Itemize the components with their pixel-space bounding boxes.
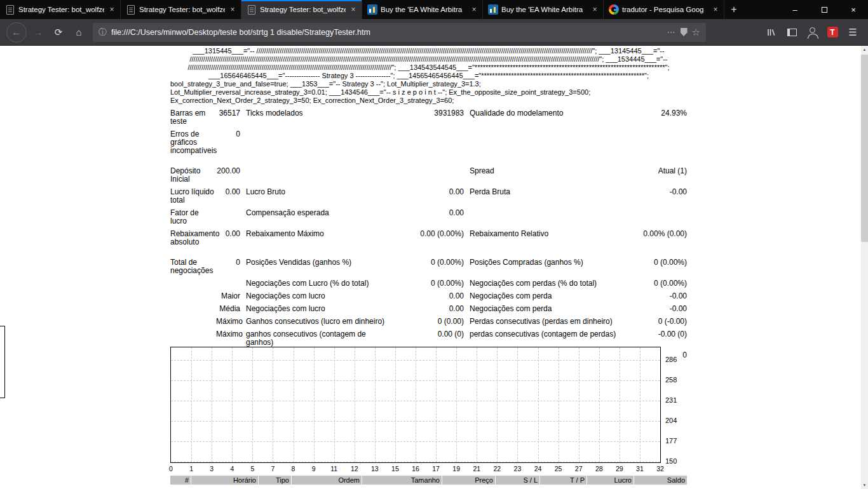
stat-label: Lucro Bruto (246, 188, 392, 204)
close-window-button[interactable]: × (839, 0, 868, 19)
stats-row: MaiorNegociações com lucro0.00Negociaçõe… (170, 292, 687, 300)
tab-6[interactable]: tradutor - Pesquisa Goog× (604, 0, 724, 19)
trade-column-header: Preço (442, 476, 496, 485)
page-content: ___1315445___="-- //////////////////////… (0, 46, 868, 489)
home-button[interactable]: ⌂ (70, 23, 88, 41)
url-text[interactable]: file:///C:/Users/minwo/Desktop/teste bot… (111, 28, 663, 37)
reload-button[interactable]: ⟳ (50, 23, 67, 41)
stat-label (470, 209, 620, 225)
stat-label (246, 167, 392, 184)
account-icon[interactable] (803, 23, 821, 41)
scrollbar-thumb[interactable] (861, 55, 868, 242)
chart-x-axis-label: 23 (514, 465, 522, 472)
stats-row: Barras em teste36517Ticks modelados39319… (170, 109, 687, 126)
stat-label: Negociações com perdas (% do total) (470, 279, 620, 288)
tab-title: Strategy Tester: bot_wolfzeac (260, 6, 346, 13)
stat-value: Maior (216, 292, 240, 300)
person-glyph (810, 27, 815, 33)
chart-x-axis-label: 13 (371, 465, 379, 472)
library-icon[interactable] (763, 23, 780, 41)
stat-value (216, 279, 240, 288)
scrollbar-down-arrow[interactable]: ▼ (861, 481, 868, 489)
vertical-scrollbar[interactable]: ▲ ▼ (861, 46, 868, 489)
parameter-line: ___165646465445___="--------------- Stra… (170, 72, 687, 80)
chart-x-axis-label: 27 (575, 465, 583, 472)
chart-x-axis-label: 31 (636, 465, 644, 472)
chart-gridline-vertical (212, 347, 212, 462)
tab-close-button[interactable]: × (711, 5, 720, 14)
tab-close-button[interactable]: × (470, 5, 478, 14)
chart-gridline-vertical (497, 347, 498, 462)
stat-value (620, 130, 687, 155)
stat-label (170, 318, 216, 326)
sidebar-toggle-icon[interactable] (783, 23, 801, 41)
chart-y-axis-label: 258 (665, 376, 687, 384)
bookmark-star-icon[interactable]: ☆ (692, 27, 700, 38)
chart-gridline-horizontal (171, 421, 660, 422)
stats-row: Depósito Inicial200.00SpreadAtual (1) (170, 167, 687, 184)
chart-y-axis-label: 177 (665, 437, 687, 445)
tab-5[interactable]: Buy the 'EA White Arbitra× (483, 0, 604, 19)
new-tab-button[interactable]: + (724, 0, 743, 19)
stat-value: 0.00 (392, 188, 464, 204)
stats-row: Rebaixamento absoluto0.00Rebaixamento Má… (170, 230, 687, 246)
translate-extension-icon[interactable]: T (824, 23, 841, 41)
chart-x-axis-label: 0 (169, 465, 173, 472)
url-bar[interactable]: ⓘ file:///C:/Users/minwo/Desktop/teste b… (93, 23, 706, 42)
chart-x-axis-label: 21 (473, 465, 480, 472)
stat-value: 36517 (216, 109, 240, 126)
chart-x-axis-label: 32 (656, 465, 664, 472)
shield-icon[interactable] (681, 28, 688, 36)
chart-x-axis-label: 17 (432, 465, 440, 472)
tab-1[interactable]: Strategy Tester: bot_wolfzeac× (0, 0, 121, 19)
google-favicon (609, 4, 619, 15)
chart-gridline-vertical (538, 347, 539, 462)
equity-chart (170, 347, 661, 463)
tab-4[interactable]: Buy the 'EA White Arbitra× (362, 0, 483, 19)
chart-gridline-vertical (640, 347, 641, 462)
tab-title: Strategy Tester: bot_wolfzeac (139, 6, 225, 13)
tab-close-button[interactable]: × (590, 5, 599, 14)
chart-gridline-vertical (294, 347, 294, 462)
stat-label: Perda Bruta (470, 188, 620, 204)
chart-x-axis-label: 1 (189, 465, 193, 472)
scrollbar-up-arrow[interactable]: ▲ (861, 46, 868, 53)
tab-close-button[interactable]: × (349, 5, 358, 14)
tab-close-button[interactable]: × (228, 5, 237, 14)
chart-gridline-vertical (456, 347, 457, 462)
page-actions-icon[interactable]: ⋯ (667, 27, 676, 37)
stat-label: perdas consecutivas (contagem de perdas) (470, 330, 620, 347)
chart-gridline-horizontal (171, 441, 660, 442)
parameter-line: ___1315445___="-- //////////////////////… (170, 47, 687, 55)
stat-label: Posições Vendidas (ganhos %) (246, 258, 392, 275)
minimize-button[interactable]: – (780, 0, 810, 19)
trade-column-header: Tamanho (362, 476, 442, 485)
stat-label: Rebaixamento Máximo (246, 230, 392, 246)
stat-value: Atual (1) (620, 167, 687, 184)
menu-icon[interactable]: ☰ (844, 23, 862, 41)
maximize-button[interactable] (810, 0, 839, 19)
stat-value: -0.00 (620, 292, 687, 300)
stat-value: 3931983 (392, 109, 464, 126)
tab-title: Buy the 'EA White Arbitra (501, 6, 587, 13)
stat-label: Perdas consecutivas (perdas em dinheiro) (470, 318, 620, 326)
stats-row: Erros de gráficos incompatíveis0 (170, 130, 687, 155)
chart-x-axis-label: 8 (292, 465, 295, 472)
stat-value: 0.00 (0) (392, 330, 464, 347)
stat-value: 0 (216, 130, 240, 155)
stats-row: Fator de lucroCompensação esperada0.00 (170, 209, 687, 225)
tab-title: tradutor - Pesquisa Goog (622, 6, 708, 13)
chart-y-axis-label: 204 (665, 417, 687, 424)
tab-3[interactable]: Strategy Tester: bot_wolfzeac× (241, 0, 362, 19)
tab-2[interactable]: Strategy Tester: bot_wolfzeac× (121, 0, 241, 19)
page-info-icon[interactable]: ⓘ (98, 27, 107, 38)
stat-value: 0.00 (392, 292, 464, 300)
stat-label: Rebaixamento absoluto (170, 230, 216, 246)
trade-column-header: Tipo (259, 476, 292, 485)
maximize-icon (822, 7, 827, 13)
forward-button[interactable]: → (29, 23, 47, 41)
back-button[interactable]: ← (6, 22, 27, 43)
stat-label: ganhos consecutivos (contagem de ganhos) (246, 330, 392, 347)
tab-close-button[interactable]: × (107, 5, 116, 14)
stat-value: 0.00 (392, 209, 464, 225)
